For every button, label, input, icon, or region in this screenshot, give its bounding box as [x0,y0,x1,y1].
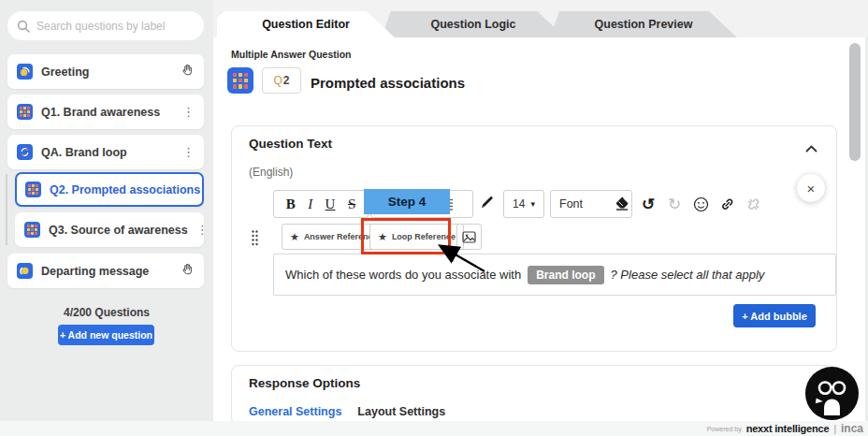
message-icon [17,263,33,279]
powered-by-bar: Powered by nexxt intelligence | inca [0,421,868,436]
response-options-card: Response Options General Settings Layout… [231,365,837,425]
message-icon [17,64,33,80]
tab-question-editor[interactable]: Question Editor [217,11,395,37]
question-count: 4/200 Questions [0,306,213,319]
question-type-label: Multiple Answer Question [231,49,352,60]
unlink-icon[interactable] [743,192,763,216]
kebab-menu-icon[interactable]: ⋮ [196,224,209,236]
question-code-prefix: Q [273,74,282,87]
tab-question-preview[interactable]: Question Preview [550,11,737,37]
add-bubble-button[interactable]: + Add bubble [733,304,816,327]
bold-button[interactable]: B [286,196,296,212]
sidebar-item-label: Departing message [41,265,149,278]
drag-hand-icon[interactable] [181,63,195,80]
question-text-editor[interactable]: Which of these words do you associate wi… [273,254,836,296]
font-family-value: Font [559,197,583,211]
question-text-suffix: ? Please select all that apply [611,268,765,282]
language-label: (English) [249,166,293,179]
link-icon[interactable] [716,192,737,216]
underline-button[interactable]: U [326,196,336,212]
question-sidebar: Greeting Q1. Brand awareness ⋮ QA. Brand… [0,0,213,421]
star-icon: ★ [290,231,299,243]
sidebar-item-q2-selected[interactable]: Q2. Prompted associations ⋮ [15,172,204,207]
sidebar-item-label: Greeting [41,65,89,79]
footer-divider: | [833,424,836,434]
multiple-answer-icon [25,182,41,197]
clear-format-eraser-icon[interactable] [612,192,632,216]
drag-hand-icon[interactable] [181,262,195,280]
insert-image-button[interactable] [456,224,482,250]
text-color-pen-icon[interactable] [479,195,495,214]
sidebar-item-greeting[interactable]: Greeting [7,54,204,89]
tab-question-logic[interactable]: Question Logic [382,11,565,37]
chevron-down-icon: ▾ [530,199,535,209]
sidebar-item-label: QA. Brand loop [41,146,127,159]
font-size-value: 14 [513,197,525,211]
question-code-input[interactable]: Q 2 [262,67,301,94]
format-group: B I U S [273,190,369,218]
sidebar-item-q3[interactable]: Q3. Source of awareness ⋮ [15,212,204,247]
powered-by-label: Powered by [707,426,742,432]
drag-handle-icon[interactable] [251,229,259,250]
close-icon[interactable]: × [797,174,825,202]
inca-owl-logo [804,366,860,425]
search-icon [17,20,30,33]
step-annotation-badge: Step 4 [364,189,450,214]
card-title: Question Text [249,137,332,151]
redo-icon[interactable]: ↻ [664,192,685,216]
sidebar-item-departing[interactable]: Departing message [7,254,204,288]
tab-layout-settings[interactable]: Layout Settings [357,405,445,418]
question-text-before: Which of these words do you associate wi… [285,268,521,282]
multiple-answer-icon [17,104,33,120]
kebab-menu-icon[interactable]: ⋮ [182,106,195,118]
card-title: Response Options [249,376,360,390]
sidebar-item-qa[interactable]: QA. Brand loop ⋮ [7,135,204,169]
undo-icon[interactable]: ↺ [638,192,658,216]
multiple-answer-icon [227,67,253,94]
vertical-scrollbar[interactable] [849,43,861,161]
add-new-question-button[interactable]: + Add new question [58,325,154,345]
sidebar-item-label: Q3. Source of awareness [49,224,188,237]
question-text-card: Question Text (English) B I U S • Step 4… [231,125,837,352]
loop-indent-line [6,174,7,245]
emoji-icon[interactable] [690,192,711,216]
kebab-menu-icon[interactable]: ⋮ [182,146,195,158]
tab-general-settings[interactable]: General Settings [249,405,341,418]
strikethrough-button[interactable]: S [348,196,355,212]
question-code-number: 2 [283,74,290,87]
loop-reference-chip[interactable]: Brand loop [528,266,603,284]
italic-button[interactable]: I [308,196,312,212]
search-input[interactable] [36,20,186,33]
app-window: Greeting Q1. Brand awareness ⋮ QA. Brand… [0,0,868,436]
loop-icon [17,144,33,160]
question-title: Prompted associations [311,75,465,91]
star-icon: ★ [378,231,387,243]
sidebar-item-label: Q2. Prompted associations [50,183,200,196]
sidebar-item-q1[interactable]: Q1. Brand awareness ⋮ [7,94,204,129]
search-box[interactable] [7,11,204,40]
loop-reference-button[interactable]: ★ Loop Reference [369,224,464,250]
sidebar-item-label: Q1. Brand awareness [41,106,160,119]
font-size-select[interactable]: 14 ▾ [503,190,544,218]
collapse-chevron-icon[interactable] [805,139,817,156]
multiple-answer-icon [24,222,40,238]
